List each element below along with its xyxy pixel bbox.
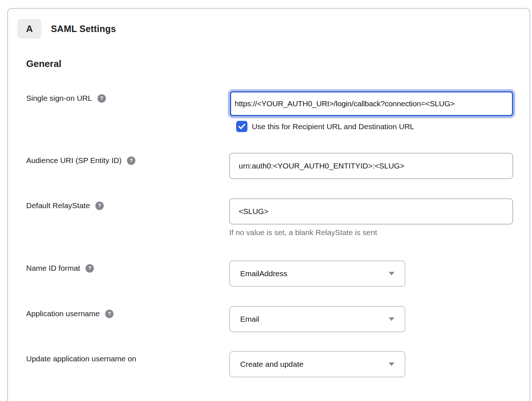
recipient-url-checkbox-row: Use this for Recipient URL and Destinati… bbox=[236, 121, 414, 132]
name-id-format-help-icon[interactable]: ? bbox=[86, 264, 94, 273]
audience-uri-label: Audience URI (SP Entity ID) bbox=[26, 156, 122, 165]
name-id-format-select[interactable]: EmailAddress bbox=[229, 261, 405, 287]
application-username-label: Application username bbox=[26, 309, 100, 318]
name-id-format-label-row: Name ID format ? bbox=[26, 264, 94, 273]
update-app-username-label: Update application username on bbox=[26, 354, 136, 363]
general-heading: General bbox=[26, 58, 61, 70]
application-username-label-row: Application username ? bbox=[26, 309, 114, 318]
recipient-url-checkbox-label: Use this for Recipient URL and Destinati… bbox=[252, 122, 414, 131]
update-app-username-value: Create and update bbox=[240, 360, 389, 369]
audience-uri-input[interactable] bbox=[229, 153, 513, 179]
relaystate-label-row: Default RelayState ? bbox=[26, 201, 104, 210]
application-username-value: Email bbox=[240, 315, 389, 323]
section-badge: A bbox=[17, 19, 41, 39]
update-app-username-label-row: Update application username on bbox=[26, 354, 136, 363]
update-app-username-select[interactable]: Create and update bbox=[229, 351, 405, 377]
relaystate-input[interactable] bbox=[229, 198, 513, 225]
relaystate-label: Default RelayState bbox=[26, 201, 90, 210]
sso-url-label-row: Single sign-on URL ? bbox=[26, 94, 106, 103]
recipient-url-checkbox[interactable] bbox=[236, 121, 247, 132]
audience-uri-help-icon[interactable]: ? bbox=[127, 156, 135, 165]
sso-url-input[interactable] bbox=[230, 91, 513, 116]
audience-uri-label-row: Audience URI (SP Entity ID) ? bbox=[26, 156, 135, 165]
saml-settings-card: A SAML Settings General Single sign-on U… bbox=[7, 8, 530, 401]
section-title: SAML Settings bbox=[51, 19, 116, 39]
name-id-format-label: Name ID format bbox=[26, 264, 80, 273]
chevron-down-icon bbox=[389, 272, 394, 275]
application-username-select[interactable]: Email bbox=[229, 306, 405, 332]
checkmark-icon bbox=[238, 124, 245, 129]
sso-url-label: Single sign-on URL bbox=[26, 94, 92, 103]
relaystate-hint: If no value is set, a blank RelayState i… bbox=[229, 228, 377, 237]
chevron-down-icon bbox=[389, 362, 394, 366]
sso-url-help-icon[interactable]: ? bbox=[98, 94, 106, 103]
relaystate-help-icon[interactable]: ? bbox=[95, 202, 104, 210]
name-id-format-value: EmailAddress bbox=[240, 269, 389, 278]
application-username-help-icon[interactable]: ? bbox=[105, 310, 114, 318]
chevron-down-icon bbox=[389, 317, 394, 321]
